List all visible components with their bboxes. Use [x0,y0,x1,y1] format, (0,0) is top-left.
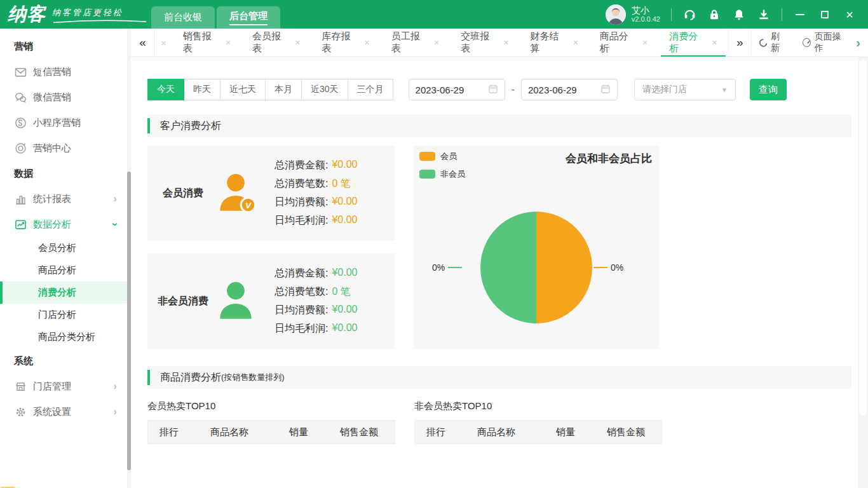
sidebar-item-miniprogram-marketing[interactable]: 小程序营销 [0,110,127,135]
pie-label-nonmember: 0% [432,262,462,273]
stat-row: 日均消费额:¥0.00 [275,196,358,209]
member-consumption-card: 会员消费 V 总消费金额:¥0.00 总消费笔数:0 笔 日均消费额:¥0.00… [147,146,395,241]
slogan-underline [52,19,147,24]
tab-finance-report[interactable]: 财务结算× [519,29,588,57]
page-operations-icon [803,38,811,47]
nonmember-consumption-card: 非会员消费 总消费金额:¥0.00 总消费笔数:0 笔 日均消费额:¥0.00 … [147,254,395,349]
topnav-frontdesk-button[interactable]: 前台收银 [151,6,215,29]
sidebar-item-data-analysis[interactable]: 数据分析 › [0,212,127,237]
member-user-icon: V [212,169,261,217]
nonmember-stats: 总消费金额:¥0.00 总消费笔数:0 笔 日均消费额:¥0.00 日均毛利润:… [275,267,358,336]
quick-last7days-button[interactable]: 近七天 [220,79,266,100]
sidebar-section-marketing: 营销 [0,34,127,59]
refresh-icon [757,37,769,48]
quick-range-group: 今天 昨天 近七天 本月 近30天 三个月 [147,79,393,100]
service-icon[interactable] [682,8,696,22]
store-select[interactable]: 请选择门店 ▼ [634,79,736,100]
tab-sales-report[interactable]: 销售报表× [172,29,241,57]
sidebar-subitem-store-analysis[interactable]: 门店分析 [0,304,127,326]
close-icon[interactable]: × [434,37,439,48]
sidebar-subitem-consumption-analysis[interactable]: 消费分析 [0,281,127,304]
quick-today-button[interactable]: 今天 [147,79,184,100]
legend-item-nonmember[interactable]: 非会员 [419,168,465,180]
close-icon[interactable]: × [503,37,508,48]
sidebar-item-wechat-marketing[interactable]: 微信营销 [0,85,127,110]
svg-text:V: V [245,201,252,210]
stat-row: 日均毛利润:¥0.00 [275,322,358,336]
tabs-scroll-right-button[interactable]: » [728,29,752,57]
close-icon[interactable]: × [642,37,648,48]
main-scrollbar-thumb[interactable] [859,60,867,416]
tabs-scroll-left-button[interactable]: « [131,29,155,57]
sidebar-item-marketing-center[interactable]: 营销中心 [0,135,127,161]
stat-row: 总消费金额:¥0.00 [275,267,358,280]
hidden-tab-close-icon[interactable]: × [155,29,172,57]
divider [782,8,782,21]
chevron-right-icon: › [113,405,117,418]
legend-swatch [419,170,435,179]
close-icon[interactable]: × [712,37,717,48]
tab-consumption-analysis[interactable]: 消费分析× [658,29,728,57]
nonmember-user-icon [212,277,261,325]
target-icon [14,142,27,154]
topnav-backoffice-button[interactable]: 后台管理 [217,6,280,29]
sidebar-item-store-management[interactable]: 门店管理 › [0,374,127,399]
chart-legend: 会员 非会员 [419,151,465,180]
sidebar-section-system: 系统 [0,348,127,374]
section-customer-consumption: 客户消费分析 [147,114,851,137]
calendar-icon [488,84,498,96]
close-icon[interactable]: × [365,37,370,48]
stat-row: 日均毛利润:¥0.00 [275,214,358,227]
line-chart-icon [14,218,27,231]
sidebar-item-statistic-reports[interactable]: 统计报表 › [0,186,127,212]
stat-row: 总消费金额:¥0.00 [275,159,358,172]
sidebar-subitem-member-analysis[interactable]: 会员分析 [0,237,127,259]
main-scrollbar[interactable] [858,57,868,488]
quick-yesterday-button[interactable]: 昨天 [184,79,220,100]
window-minimize-button[interactable] [793,8,807,22]
tab-product-analysis[interactable]: 商品分析× [589,29,658,57]
page-operations-button[interactable]: 页面操作 [795,29,855,57]
panels-row: 会员消费 V 总消费金额:¥0.00 总消费笔数:0 笔 日均消费额:¥0.00… [147,146,851,349]
chevron-down-icon: › [109,222,121,226]
chevron-right-icon: › [113,380,117,393]
sidebar-subitem-product-analysis[interactable]: 商品分析 [0,259,127,281]
quick-thismonth-button[interactable]: 本月 [266,79,302,100]
date-from-input[interactable]: 2023-06-29 [409,79,505,100]
gear-icon [14,405,27,418]
user-name: 艾小 [632,5,660,15]
member-top10-title: 会员热卖TOP10 [147,400,395,412]
quick-last30days-button[interactable]: 近30天 [302,79,348,100]
refresh-button[interactable]: 刷新 [752,29,795,57]
download-icon[interactable] [757,8,771,22]
logo: 纳客 纳客管店更轻松 [0,5,147,24]
lock-icon[interactable] [707,8,721,22]
tab-staff-report[interactable]: 员工报表× [381,29,450,57]
search-button[interactable]: 查询 [750,79,787,100]
tab-member-report[interactable]: 会员报表× [241,29,311,57]
close-icon[interactable]: × [573,37,578,48]
legend-item-member[interactable]: 会员 [419,151,465,162]
window-maximize-button[interactable] [818,8,832,22]
sidebar-subitem-category-analysis[interactable]: 商品分类分析 [0,326,127,348]
nonmember-top10-title: 非会员热卖TOP10 [414,400,662,412]
avatar[interactable] [606,4,626,25]
bell-icon[interactable] [732,8,746,22]
date-to-input[interactable]: 2023-06-29 [521,79,618,100]
sidebar-item-system-settings[interactable]: 系统设置 › [0,399,127,424]
more-arrow-icon[interactable]: › [855,29,868,57]
tab-inventory-report[interactable]: 库存报表× [311,29,380,57]
tabbar: « × 销售报表× 会员报表× 库存报表× 员工报表× 交班报表× 财务结算× … [131,29,868,57]
quick-3months-button[interactable]: 三个月 [348,79,393,100]
logo-text: 纳客 [8,5,46,24]
sidebar-item-sms-marketing[interactable]: 短信营销 [0,59,127,85]
window-close-button[interactable]: × [843,8,857,22]
tab-shift-report[interactable]: 交班报表× [450,29,519,57]
slogan: 纳客管店更轻松 [52,7,147,24]
close-icon[interactable]: × [295,37,300,48]
user-info: 艾小 v2.0.0.42 [632,5,660,24]
topbar: 纳客 纳客管店更轻松 前台收银 后台管理 艾小 v2.0.0.42 [0,0,868,29]
divider [671,8,672,21]
miniprogram-icon [14,116,27,129]
close-icon[interactable]: × [226,37,231,48]
